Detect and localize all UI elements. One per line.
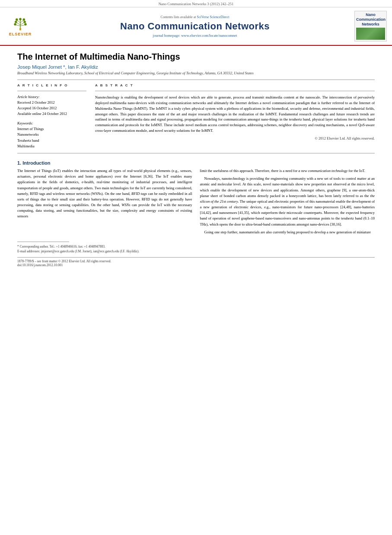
abstract-panel: A B S T R A C T Nanotechnology is enabli… (95, 83, 375, 150)
nano-logo-image (356, 28, 385, 40)
journal-header: ELSEVIER Contents lists available at Sci… (0, 7, 392, 46)
section1-title: 1. Introduction (17, 160, 375, 166)
issn-line: 1878-7789/$ – see front matter © 2012 El… (17, 259, 375, 263)
journal-title-block: Contents lists available at SciVerse Sci… (41, 15, 349, 38)
header-divider (17, 80, 375, 80)
journal-name: Nano Communication Networks (41, 21, 349, 32)
elsevier-tree-icon (10, 16, 31, 31)
svg-point-10 (14, 23, 16, 26)
svg-point-14 (19, 18, 22, 21)
journal-citation: Nano Communication Networks 3 (2012) 242… (159, 2, 234, 6)
svg-point-8 (15, 21, 17, 23)
keyword-1: Internet of Things (17, 126, 86, 132)
abstract-heading: A B S T R A C T (95, 83, 375, 87)
body-two-col: The Internet of Things (IoT) enables the… (17, 168, 375, 237)
doi-line: doi:10.1016/j.nancom.2012.10.001 (17, 263, 375, 267)
article-info-panel: A R T I C L E I N F O Article history: R… (17, 83, 86, 150)
received-date: Received 2 October 2012 (17, 100, 86, 105)
keywords-label: Keywords: (17, 121, 86, 125)
accepted-date: Accepted 16 October 2012 (17, 105, 86, 111)
footnote-divider (17, 242, 69, 242)
body-right-p2: Nowadays, nanotechnology is providing th… (200, 176, 375, 227)
keyword-4: Multimedia (17, 143, 86, 150)
main-content: The Internet of Multimedia Nano-Things J… (0, 46, 392, 273)
paper-title: The Internet of Multimedia Nano-Things (17, 52, 375, 62)
article-history-label: Article history: (17, 95, 86, 99)
bottom-bar: 1878-7789/$ – see front matter © 2012 El… (17, 257, 375, 267)
body-left-p1: The Internet of Things (IoT) enables the… (17, 168, 192, 220)
footnote-star-text: * Corresponding author. Tel.: +1 4048946… (17, 245, 105, 248)
body-left-col: The Internet of Things (IoT) enables the… (17, 168, 192, 237)
body-right-col: limit the usefulness of this approach. T… (200, 168, 375, 237)
nano-logo-title: NanoCommunicationNetworks (356, 13, 385, 26)
body-right-p3: Going one step further, nanomaterials ar… (200, 229, 375, 235)
article-info-heading: A R T I C L E I N F O (17, 83, 86, 87)
body-section: 1. Introduction The Internet of Things (… (17, 160, 375, 237)
available-date: Available online 24 October 2012 (17, 111, 86, 117)
elsevier-wordmark: ELSEVIER (5, 32, 35, 36)
keywords-list: Internet of Things Nanonetworks Terahert… (17, 126, 86, 150)
svg-point-13 (24, 23, 27, 26)
footnote-star: * Corresponding author. Tel.: +1 4048946… (17, 244, 375, 249)
authors: Josep Miquel Jornet *, Ian F. Akyildiz (17, 64, 375, 70)
abstract-divider (95, 91, 375, 91)
journal-logo-right: NanoCommunicationNetworks (354, 11, 387, 41)
body-right-p1: limit the usefulness of this approach. T… (200, 168, 375, 174)
svg-point-9 (16, 19, 18, 21)
svg-rect-0 (19, 28, 21, 31)
body-divider (17, 153, 375, 153)
copyright: © 2012 Elsevier Ltd. All rights reserved… (95, 136, 375, 140)
journal-citation-bar: Nano Communication Networks 3 (2012) 242… (0, 0, 392, 7)
svg-point-12 (23, 19, 25, 21)
article-info-abstract: A R T I C L E I N F O Article history: R… (17, 83, 375, 150)
svg-point-11 (23, 21, 26, 23)
keyword-3: Terahertz band (17, 138, 86, 144)
footnote-email-text: E-mail addresses: jmjornet@ece.gatech.ed… (17, 249, 139, 253)
footnotes: * Corresponding author. Tel.: +1 4048946… (17, 242, 375, 254)
affiliation: Broadband Wireless Networking Laboratory… (17, 71, 375, 75)
homepage-link[interactable]: www.elsevier.com/locate/nanocomnet (181, 33, 237, 38)
homepage-prefix: journal homepage: (153, 33, 182, 38)
elsevier-logo: ELSEVIER (5, 16, 35, 36)
sciverse-link[interactable]: SciVerse ScienceDirect (197, 15, 229, 19)
journal-homepage: journal homepage: www.elsevier.com/locat… (41, 33, 349, 38)
abstract-text: Nanotechnology is enabling the developme… (95, 95, 375, 133)
sciverse-prefix: Contents lists available at (161, 15, 197, 19)
footnote-email: E-mail addresses: jmjornet@ece.gatech.ed… (17, 249, 375, 254)
keyword-2: Nanonetworks (17, 132, 86, 138)
author-names: Josep Miquel Jornet *, Ian F. Akyildiz (17, 64, 98, 70)
sciverse-bar: Contents lists available at SciVerse Sci… (41, 15, 349, 19)
article-info-divider (17, 91, 86, 91)
